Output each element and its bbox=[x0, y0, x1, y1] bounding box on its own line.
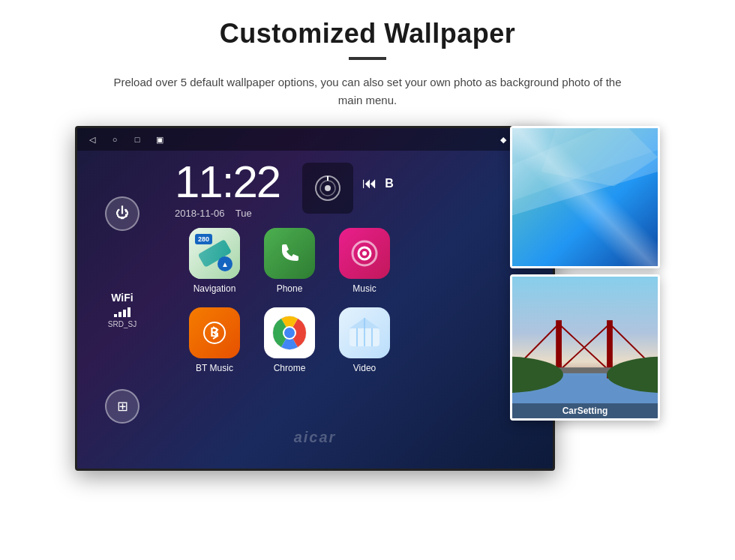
wifi-bar-3 bbox=[123, 310, 126, 317]
app-navigation[interactable]: 280 ▲ Navigation bbox=[182, 228, 247, 294]
svg-rect-17 bbox=[512, 128, 658, 266]
wifi-bar-2 bbox=[118, 312, 122, 317]
carsetting-label: CarSetting bbox=[512, 403, 658, 418]
app-phone[interactable]: Phone bbox=[257, 228, 322, 294]
screenshot-icon[interactable]: ▣ bbox=[154, 133, 166, 145]
title-divider bbox=[349, 57, 386, 60]
recent-nav-icon[interactable]: □ bbox=[131, 133, 143, 145]
svg-marker-18 bbox=[512, 128, 658, 215]
sidebar: ⏻ WiFi SRD_SJ ⊞ bbox=[77, 151, 167, 469]
main-area: 11:22 2018-11-06 Tue bbox=[167, 151, 553, 469]
svg-point-6 bbox=[362, 251, 367, 256]
status-bar-left: ◁ ○ □ ▣ bbox=[86, 133, 166, 145]
bt-music-icon: B bbox=[189, 307, 240, 358]
clock-time: 11:22 bbox=[175, 160, 280, 205]
clock-area: 11:22 2018-11-06 Tue bbox=[175, 160, 280, 219]
clock-date: 2018-11-06 Tue bbox=[175, 208, 280, 219]
screen-wrapper: ◁ ○ □ ▣ ◆ ▲ 11:22 ⏻ bbox=[75, 126, 660, 493]
app-chrome[interactable]: Chrome bbox=[257, 307, 322, 373]
wifi-bar-4 bbox=[128, 307, 130, 317]
music-icon bbox=[339, 228, 390, 279]
screen-content: ⏻ WiFi SRD_SJ ⊞ bbox=[77, 151, 553, 469]
app-music[interactable]: Music bbox=[332, 228, 397, 294]
media-controls: ⏮ B bbox=[362, 175, 394, 192]
svg-marker-20 bbox=[542, 128, 658, 186]
page-title: Customized Wallpaper bbox=[220, 18, 516, 49]
wifi-label: WiFi bbox=[108, 292, 136, 304]
app-row-2: B BT Music bbox=[167, 304, 553, 376]
ice-wallpaper bbox=[512, 128, 658, 266]
bridge-wallpaper: CarSetting bbox=[512, 277, 658, 418]
svg-point-2 bbox=[325, 185, 331, 191]
status-bar: ◁ ○ □ ▣ ◆ ▲ 11:22 bbox=[77, 128, 553, 151]
location-icon: ◆ bbox=[500, 135, 506, 145]
back-nav-icon[interactable]: ◁ bbox=[86, 133, 98, 145]
phone-label: Phone bbox=[277, 283, 303, 294]
music-label: Music bbox=[352, 283, 376, 294]
chrome-icon bbox=[264, 307, 315, 358]
wifi-info: WiFi SRD_SJ bbox=[108, 292, 136, 328]
app-bt-music[interactable]: B BT Music bbox=[182, 307, 247, 373]
bt-music-label: BT Music bbox=[196, 363, 233, 373]
track-letter-b: B bbox=[385, 177, 394, 190]
media-icon-area bbox=[302, 163, 353, 214]
watermark: aicar bbox=[294, 429, 337, 446]
home-nav-icon[interactable]: ○ bbox=[109, 133, 121, 145]
navigation-icon: 280 ▲ bbox=[189, 228, 240, 279]
screenshot-overlay-bottom: CarSetting bbox=[510, 274, 660, 421]
screenshot-overlay-top bbox=[510, 126, 660, 268]
wifi-bar-1 bbox=[114, 314, 117, 317]
wifi-bars bbox=[108, 307, 136, 317]
media-icon-box bbox=[302, 163, 353, 214]
prev-track-icon[interactable]: ⏮ bbox=[362, 175, 377, 192]
video-icon bbox=[339, 307, 390, 358]
navigation-label: Navigation bbox=[194, 283, 236, 294]
svg-point-11 bbox=[284, 328, 295, 338]
page-container: Customized Wallpaper Preload over 5 defa… bbox=[0, 0, 735, 560]
wifi-ssid: SRD_SJ bbox=[108, 320, 136, 328]
power-button[interactable]: ⏻ bbox=[105, 196, 140, 231]
page-subtitle: Preload over 5 default wallpaper options… bbox=[105, 73, 630, 109]
power-icon: ⏻ bbox=[116, 205, 129, 221]
phone-icon bbox=[264, 228, 315, 279]
svg-marker-19 bbox=[512, 128, 658, 201]
android-screen: ◁ ○ □ ▣ ◆ ▲ 11:22 ⏻ bbox=[75, 126, 555, 471]
apps-button[interactable]: ⊞ bbox=[105, 389, 140, 424]
grid-icon: ⊞ bbox=[117, 398, 128, 415]
video-label: Video bbox=[353, 363, 376, 373]
app-row-1: 280 ▲ Navigation bbox=[167, 225, 553, 297]
app-video[interactable]: Video bbox=[332, 307, 397, 373]
chrome-label: Chrome bbox=[274, 363, 306, 373]
